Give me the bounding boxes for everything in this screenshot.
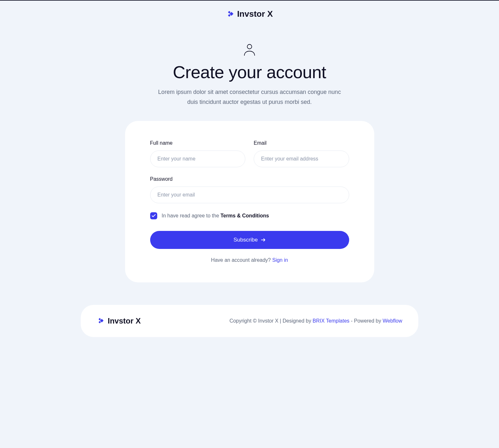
terms-checkbox[interactable]	[150, 212, 157, 219]
svg-point-0	[247, 44, 252, 49]
check-icon	[152, 214, 156, 217]
footer-logo-text: Invstor X	[108, 316, 141, 325]
platform-link[interactable]: Webflow	[383, 318, 402, 324]
designer-link[interactable]: BRIX Templates	[313, 318, 349, 324]
subscribe-button[interactable]: Subscribe	[150, 231, 349, 249]
terms-link[interactable]: Terms & Conditions	[221, 213, 269, 218]
email-input[interactable]	[254, 151, 349, 167]
logo-icon	[97, 317, 104, 325]
email-label: Email	[254, 140, 349, 146]
logo[interactable]: Invstor X	[226, 9, 273, 19]
arrow-right-icon	[261, 238, 266, 242]
header: Invstor X	[70, 1, 429, 27]
password-label: Password	[150, 176, 349, 182]
signup-form-card: Full name Email Password In have r	[125, 121, 374, 282]
page-subtitle: Lorem ipsum dolor sit amet consectetur c…	[156, 87, 343, 107]
signin-row: Have an account already? Sign in	[150, 257, 349, 263]
footer-logo[interactable]: Invstor X	[97, 316, 141, 325]
logo-icon	[226, 10, 234, 18]
password-input[interactable]	[150, 187, 349, 203]
terms-label: In have read agree to the Terms & Condit…	[162, 213, 269, 219]
fullname-label: Full name	[150, 140, 246, 146]
logo-text: Invstor X	[237, 9, 273, 19]
user-icon	[70, 43, 429, 56]
page-title: Create your account	[70, 62, 429, 82]
footer: Invstor X Copyright © Invstor X | Design…	[81, 305, 418, 337]
signin-link[interactable]: Sign in	[272, 257, 288, 263]
fullname-input[interactable]	[150, 151, 246, 167]
footer-copyright: Copyright © Invstor X | Designed by BRIX…	[230, 318, 402, 324]
hero-section: Create your account Lorem ipsum dolor si…	[70, 43, 429, 107]
